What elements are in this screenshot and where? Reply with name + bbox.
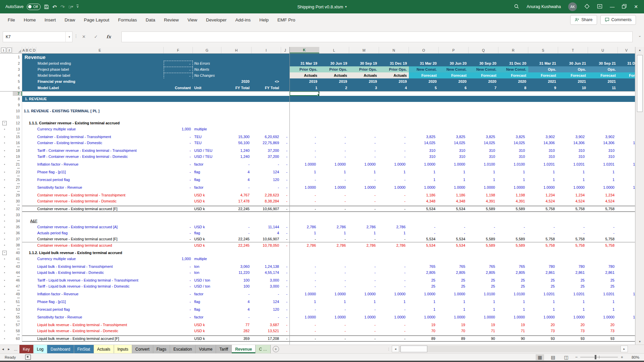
cell[interactable]: - [349, 269, 379, 276]
cell[interactable]: - [289, 192, 319, 198]
cell[interactable]: 310 [409, 154, 439, 160]
cell[interactable]: - [349, 134, 379, 140]
cell[interactable]: 73 [528, 328, 558, 334]
cell[interactable]: - [289, 154, 319, 160]
cell[interactable]: 3,000 [252, 283, 281, 289]
cell[interactable]: Forecast [409, 72, 439, 78]
sheet-tab-finstat[interactable]: FinStat [74, 345, 94, 353]
cell[interactable]: 1 [379, 299, 409, 305]
cell[interactable]: 4,55,174 [252, 269, 281, 276]
row-label[interactable]: Liquid bulk - Existing terminal - Transs… [22, 263, 164, 269]
cell[interactable]: - [281, 242, 289, 248]
sheet-tab-flags[interactable]: Flags [153, 345, 170, 353]
undo-dropdown-icon[interactable]: ˅ [55, 5, 57, 8]
cell[interactable]: 71 [498, 328, 528, 334]
cell[interactable]: 25 [528, 283, 558, 289]
cell[interactable]: Forecast [439, 72, 469, 78]
cell[interactable]: 765 [498, 263, 528, 269]
cell[interactable]: 2,28,623 [252, 192, 281, 198]
outline-collapse-button[interactable]: − [2, 251, 7, 255]
cell[interactable]: 1.0201 [558, 291, 588, 297]
cell[interactable]: 14,025 [469, 140, 498, 146]
cell[interactable]: - [281, 140, 289, 146]
touch-mode-button[interactable]: ☞˅ [68, 4, 73, 9]
cell[interactable]: 1.0000 [349, 314, 379, 320]
row-number-51[interactable]: 51 [13, 299, 22, 305]
cell[interactable]: 1 [289, 230, 319, 236]
cell[interactable]: 100 [221, 277, 252, 283]
cell[interactable] [164, 206, 193, 212]
cell[interactable]: - [164, 230, 193, 236]
row-number-47[interactable]: 47 [13, 283, 22, 289]
row-number-40[interactable]: 40 [13, 250, 22, 256]
cell[interactable]: - [319, 336, 349, 341]
menu-tab-home[interactable]: Home [19, 13, 40, 26]
cell[interactable]: 1,240 [221, 154, 252, 160]
cell[interactable]: 1.0000 [469, 184, 498, 190]
cell[interactable]: factor [193, 291, 221, 297]
cell[interactable]: - [319, 140, 349, 146]
cell[interactable]: 1.0000 [498, 314, 528, 320]
cell[interactable]: ton [193, 263, 221, 269]
name-box[interactable]: K7 ▾ [3, 32, 72, 42]
row-number-13[interactable]: 13 [13, 126, 22, 132]
cell[interactable] [221, 256, 252, 262]
cell[interactable]: 1.0000 [588, 184, 618, 190]
cell[interactable]: 1.0201 [558, 161, 588, 167]
cell[interactable]: 1.0000 [588, 314, 618, 320]
cell[interactable]: 1 [439, 177, 469, 183]
restore-button[interactable] [622, 4, 627, 10]
sheet-tab-convert[interactable]: Convert [132, 345, 153, 353]
row-label[interactable]: Container revenue - Existing terminal - … [22, 198, 164, 204]
cell[interactable]: 22,75,869 [252, 140, 281, 146]
cell[interactable]: 1.0000 [409, 314, 439, 320]
horizontal-scrollbar[interactable]: ⋮ ◄ ► [386, 345, 634, 353]
cell[interactable]: - [289, 283, 319, 289]
column-header-R[interactable]: R [498, 47, 528, 53]
cell[interactable] [281, 78, 289, 84]
column-header-Q[interactable]: Q [469, 47, 498, 53]
row-label[interactable]: Sensitivity factor - Revenue [22, 184, 164, 190]
cell[interactable]: flag [193, 169, 221, 175]
cell[interactable]: 310 [558, 154, 588, 160]
selected-cell-K7[interactable] [289, 91, 319, 96]
cell[interactable]: - [289, 140, 319, 146]
cell[interactable]: - [349, 236, 379, 242]
cell[interactable]: Forecast [498, 72, 528, 78]
cell[interactable]: - [319, 177, 349, 183]
cell[interactable]: 37,200 [252, 147, 281, 154]
cell[interactable]: 93 [558, 336, 588, 341]
cell[interactable]: 93 [618, 336, 635, 341]
row-number-44[interactable]: 44 [13, 269, 22, 276]
row-number-15[interactable]: 15 [13, 134, 22, 140]
cell[interactable] [164, 322, 193, 328]
row-label[interactable]: Inflation factor - Revenue [22, 161, 164, 167]
cell[interactable] [164, 242, 193, 248]
menu-tab-add-ins[interactable]: Add-ins [231, 13, 255, 26]
column-header-G[interactable]: G [193, 47, 221, 53]
cell[interactable]: 8,38,284 [252, 198, 281, 204]
cell[interactable]: 20 [588, 322, 618, 328]
row-number-34[interactable]: 34 [13, 218, 22, 224]
view-page-break-button[interactable]: ◫ [562, 354, 571, 360]
cell[interactable]: 25 [558, 277, 588, 283]
cell[interactable]: Ops. [558, 66, 588, 72]
cell[interactable]: 1.0000 [409, 291, 439, 297]
row-label[interactable]: Forecast period flag [22, 306, 164, 312]
cell[interactable]: 31 Dec 21 [618, 60, 635, 66]
cell[interactable]: 3,825 [498, 134, 528, 140]
row-number-55[interactable]: 55 [13, 314, 22, 320]
cell[interactable]: 310 [618, 147, 635, 154]
cell[interactable]: 30 Jun 20 [439, 60, 469, 66]
cell[interactable]: - [289, 328, 319, 334]
cell[interactable]: 765 [469, 263, 498, 269]
cell[interactable]: - [281, 224, 289, 230]
cell[interactable] [164, 192, 193, 198]
h-scroll-right-icon[interactable]: ► [621, 346, 628, 352]
menu-tab-review[interactable]: Review [160, 13, 183, 26]
row-label[interactable]: Liquid bulk revenue - Existing terminal … [22, 322, 164, 328]
cell[interactable] [221, 126, 252, 132]
cell[interactable]: 2020 [498, 78, 528, 84]
cell[interactable]: 4 [379, 84, 409, 91]
cell[interactable]: 310 [469, 154, 498, 160]
